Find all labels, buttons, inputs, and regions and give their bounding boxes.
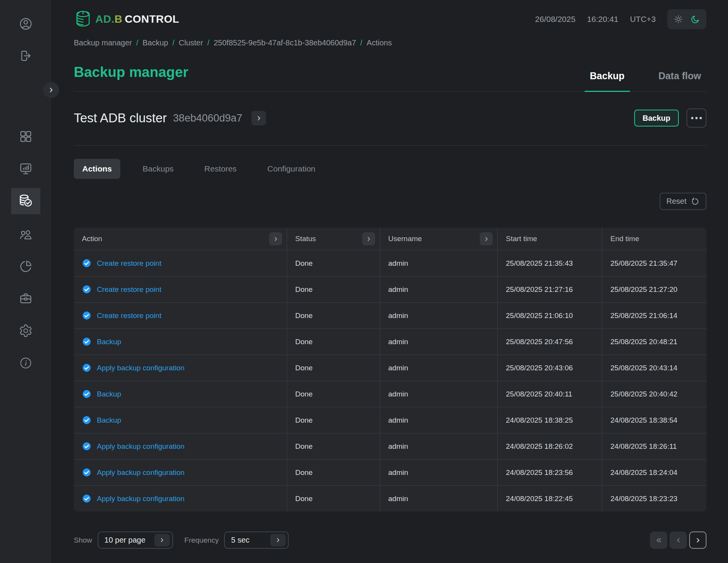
action-cell: Backup: [74, 329, 287, 355]
action-link[interactable]: Create restore point: [97, 259, 161, 268]
pie-chart-icon: [19, 260, 33, 273]
logo-part-ad: AD.: [95, 13, 115, 25]
reset-button[interactable]: Reset: [660, 193, 706, 210]
sidebar-item-backup-manager[interactable]: [11, 188, 40, 214]
page-size-select[interactable]: 10 per page: [98, 531, 173, 549]
start-time-cell: 25/08/2025 21:27:16: [497, 277, 602, 302]
tab-backups[interactable]: Backups: [134, 159, 182, 179]
app-logo[interactable]: AD.BCONTROL: [74, 10, 179, 28]
sidebar-item-settings[interactable]: [17, 322, 34, 339]
breadcrumb-item[interactable]: Backup: [143, 38, 168, 47]
sidebar-item-logout[interactable]: [17, 47, 34, 64]
table-row: BackupDoneadmin24/08/2025 18:38:2524/08/…: [74, 407, 706, 433]
page-size-expand-button[interactable]: [155, 534, 170, 546]
sidebar-item-profile[interactable]: [17, 15, 34, 32]
first-page-button[interactable]: [650, 531, 667, 549]
end-time-cell: 25/08/2025 21:06:14: [602, 303, 706, 328]
top-tab-data-flow[interactable]: Data flow: [653, 70, 706, 91]
briefcase-icon: [19, 291, 33, 305]
page-size-value: 10 per page: [105, 536, 146, 545]
sidebar-item-apps[interactable]: [17, 128, 34, 145]
status-cell: Done: [287, 381, 380, 407]
end-time-cell: 24/08/2025 18:24:04: [602, 460, 706, 485]
column-expand-button[interactable]: [362, 232, 375, 245]
breadcrumb-item[interactable]: Backup manager: [74, 38, 132, 47]
breadcrumb-item[interactable]: 250f8525-9e5b-47af-8c1b-38eb4060d9a7: [214, 38, 356, 47]
tab-actions[interactable]: Actions: [74, 159, 120, 179]
table-row: Create restore pointDoneadmin25/08/2025 …: [74, 302, 706, 328]
sidebar-item-users[interactable]: [17, 226, 34, 243]
sidebar-item-resources[interactable]: [17, 290, 34, 307]
app-root: AD.BCONTROL 26/08/2025 16:20:41 UTC+3: [0, 0, 728, 563]
action-cell: Apply backup configuration: [74, 433, 287, 459]
cluster-name: Test ADB cluster: [74, 111, 167, 125]
action-link[interactable]: Backup: [97, 416, 121, 425]
chevron-right-icon: [48, 87, 55, 93]
action-link[interactable]: Create restore point: [97, 311, 161, 320]
action-link[interactable]: Apply backup configuration: [97, 495, 184, 503]
breadcrumb-item[interactable]: Cluster: [179, 38, 203, 47]
action-link[interactable]: Apply backup configuration: [97, 442, 184, 451]
tab-restores[interactable]: Restores: [196, 159, 245, 179]
username-cell: admin: [380, 250, 497, 276]
check-circle-icon: [82, 389, 91, 399]
column-header-username: Username: [380, 228, 497, 250]
info-icon: [19, 356, 32, 370]
timezone: UTC+3: [630, 15, 656, 24]
cluster-expand-button[interactable]: [251, 111, 266, 125]
logo-part-control: CONTROL: [125, 13, 179, 25]
end-time-cell: 24/08/2025 18:26:11: [602, 433, 706, 459]
frequency-expand-button[interactable]: [270, 534, 286, 546]
chevron-right-icon: [366, 236, 372, 242]
next-page-button[interactable]: [689, 531, 706, 549]
column-expand-button[interactable]: [480, 232, 493, 245]
sidebar-collapse-button[interactable]: [43, 82, 59, 98]
chevron-right-icon: [273, 236, 279, 242]
app-logo-text: AD.BCONTROL: [95, 13, 179, 25]
top-tab-backup[interactable]: Backup: [585, 70, 630, 92]
show-label: Show: [74, 536, 92, 545]
logout-icon: [19, 49, 33, 63]
check-circle-icon: [82, 311, 91, 320]
sidebar-item-reports[interactable]: [17, 258, 34, 275]
monitor-chart-icon: [19, 162, 33, 175]
action-link[interactable]: Backup: [97, 390, 121, 398]
database-icon: [74, 10, 92, 28]
status-cell: Done: [287, 250, 380, 276]
start-time-cell: 25/08/2025 20:43:06: [497, 355, 602, 381]
action-cell: Apply backup configuration: [74, 486, 287, 511]
frequency-value: 5 sec: [231, 536, 249, 545]
dark-theme-button[interactable]: [690, 14, 700, 24]
end-time-cell: 25/08/2025 21:27:20: [602, 277, 706, 302]
tab-configuration[interactable]: Configuration: [259, 159, 324, 179]
backup-button[interactable]: Backup: [634, 110, 679, 127]
status-cell: Done: [287, 407, 380, 433]
sidebar-item-info[interactable]: [17, 355, 34, 371]
action-cell: Backup: [74, 381, 287, 407]
check-circle-icon: [82, 258, 91, 268]
current-date: 26/08/2025: [535, 15, 575, 24]
action-cell: Create restore point: [74, 303, 287, 328]
previous-page-button[interactable]: [670, 531, 687, 549]
breadcrumb-item[interactable]: Actions: [367, 38, 392, 47]
column-expand-button[interactable]: [269, 232, 282, 245]
action-link[interactable]: Backup: [97, 338, 121, 346]
table-row: BackupDoneadmin25/08/2025 20:40:1125/08/…: [74, 381, 706, 407]
table-row: Create restore pointDoneadmin25/08/2025 …: [74, 250, 706, 276]
next-page-icon: [694, 536, 702, 544]
start-time-cell: 24/08/2025 18:38:25: [497, 407, 602, 433]
action-cell: Apply backup configuration: [74, 355, 287, 381]
chevron-right-icon: [484, 236, 489, 242]
more-actions-button[interactable]: [686, 108, 706, 128]
action-link[interactable]: Apply backup configuration: [97, 468, 184, 477]
refresh-icon: [691, 197, 700, 206]
action-link[interactable]: Apply backup configuration: [97, 364, 184, 372]
ellipsis-icon: [691, 117, 693, 119]
table-row: BackupDoneadmin25/08/2025 20:47:5625/08/…: [74, 328, 706, 355]
frequency-select[interactable]: 5 sec: [224, 531, 289, 549]
sun-icon: [673, 14, 683, 24]
previous-page-icon: [675, 536, 682, 544]
light-theme-button[interactable]: [673, 14, 683, 24]
sidebar-item-monitoring[interactable]: [17, 160, 34, 177]
action-link[interactable]: Create restore point: [97, 285, 161, 294]
